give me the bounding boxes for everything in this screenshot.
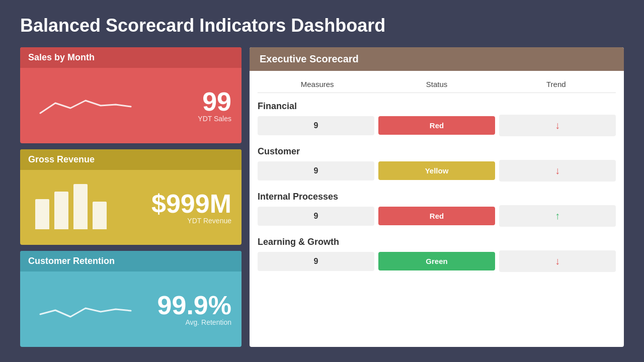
internal-value: 9: [258, 207, 374, 226]
retention-card-value: 99.9% Avg. Retention: [157, 292, 231, 326]
dashboard-grid: Sales by Month 99 YDT Sales Gross Revenu…: [20, 47, 624, 347]
left-column: Sales by Month 99 YDT Sales Gross Revenu…: [20, 47, 242, 347]
scorecard-row-financial: 9 Red ↓: [258, 115, 616, 136]
financial-trend: ↓: [499, 115, 616, 136]
section-financial: Financial: [258, 96, 616, 115]
scorecard-header: Executive Scorecard: [250, 47, 624, 71]
retention-card: Customer Retention 99.9% Avg. Retention: [20, 251, 242, 347]
scorecard-body: Measures Status Trend Financial 9 Red ↓ …: [250, 71, 624, 347]
section-customer: Customer: [258, 141, 616, 160]
revenue-bar-chart: [30, 184, 151, 231]
financial-value: 9: [258, 116, 374, 135]
revenue-card-header: Gross Revenue: [20, 149, 242, 170]
scorecard-row-customer: 9 Yellow ↓: [258, 160, 616, 182]
revenue-card-body: $999M YDT Revenue: [20, 170, 242, 245]
retention-card-body: 99.9% Avg. Retention: [20, 272, 242, 347]
col-measures: Measures: [258, 80, 377, 88]
internal-status: Red: [378, 207, 495, 225]
retention-line-chart: [30, 289, 157, 329]
customer-status: Yellow: [378, 161, 495, 180]
retention-card-header: Customer Retention: [20, 251, 242, 272]
learning-status: Green: [378, 252, 495, 270]
scorecard-row-internal: 9 Red ↑: [258, 205, 616, 227]
col-status: Status: [377, 80, 496, 88]
col-trend: Trend: [497, 80, 616, 88]
learning-value: 9: [258, 252, 374, 271]
sales-card-value: 99 YDT Sales: [198, 88, 231, 123]
bar-2: [54, 192, 68, 229]
sales-sub-label: YDT Sales: [198, 115, 231, 123]
retention-big-number: 99.9%: [157, 292, 231, 318]
section-learning: Learning & Growth: [258, 232, 616, 250]
scorecard-row-learning: 9 Green ↓: [258, 250, 616, 272]
sales-card-body: 99 YDT Sales: [20, 68, 242, 143]
scorecard-panel: Executive Scorecard Measures Status Tren…: [250, 47, 624, 347]
revenue-big-number: $999M: [151, 191, 231, 217]
bar-1: [35, 199, 49, 229]
sales-big-number: 99: [198, 88, 231, 115]
financial-status: Red: [378, 116, 495, 135]
revenue-card-value: $999M YDT Revenue: [151, 191, 231, 225]
bar-4: [93, 202, 107, 229]
sales-card-header: Sales by Month: [20, 47, 242, 68]
bar-3: [73, 184, 88, 229]
revenue-card: Gross Revenue $999M YDT Revenue: [20, 149, 242, 245]
section-internal: Internal Processes: [258, 187, 616, 205]
learning-trend: ↓: [499, 250, 616, 272]
sales-card: Sales by Month 99 YDT Sales: [20, 47, 242, 143]
scorecard-col-headers: Measures Status Trend: [258, 76, 616, 93]
customer-value: 9: [258, 161, 374, 180]
page-title: Balanced Scorecard Indicators Dashboard: [20, 15, 624, 36]
internal-trend: ↑: [499, 205, 616, 227]
sales-line-chart: [30, 85, 198, 126]
customer-trend: ↓: [499, 160, 616, 182]
